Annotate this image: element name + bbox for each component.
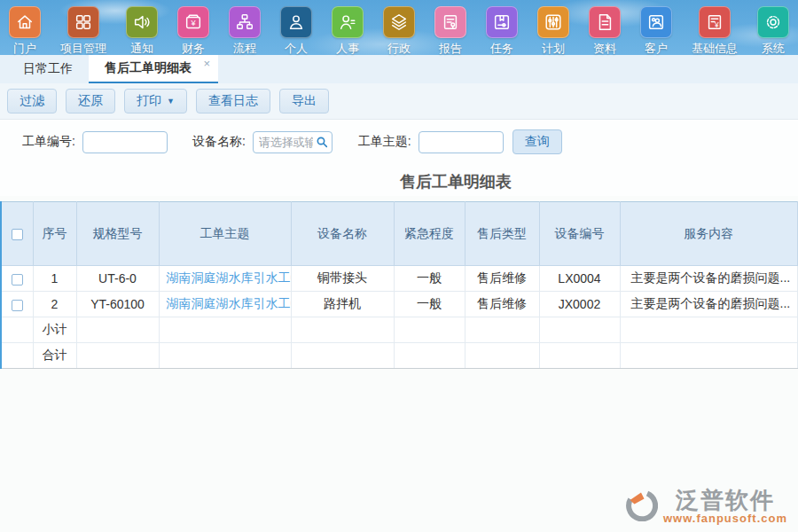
hr-person-list-icon: [332, 6, 364, 38]
baseinfo-doc-icon: ¥: [699, 6, 731, 38]
row-select-cell: [1, 266, 33, 292]
vendor-watermark: 泛普软件 www.fanpusoft.com: [626, 489, 787, 525]
subtotal-label-cell: 小计: [33, 317, 76, 343]
customers-icon: [640, 6, 672, 38]
cell-subject-link[interactable]: 湖南洞庭湖水库引水工03: [159, 292, 291, 317]
col-header-service-content: 服务内容: [620, 202, 798, 266]
tab-daily-work[interactable]: 日常工作: [7, 55, 89, 83]
nav-label: 行政: [387, 41, 411, 57]
nav-item-task[interactable]: 任务: [486, 6, 518, 57]
row-select-cell: [1, 292, 33, 317]
close-icon[interactable]: ×: [203, 58, 210, 69]
workorder-no-label: 工单编号:: [22, 134, 75, 150]
select-all-checkbox[interactable]: [12, 229, 23, 240]
cell-no: 2: [33, 292, 76, 317]
empty-cell: [1, 317, 33, 343]
top-nav: 门户 项目管理 通知 ¥ 财务 流程: [0, 0, 798, 55]
plan-sliders-icon: [537, 6, 569, 38]
watermark-url: www.fanpusoft.com: [663, 512, 787, 525]
nav-item-report[interactable]: 报告: [434, 6, 466, 57]
nav-item-portal[interactable]: 门户: [9, 6, 41, 57]
nav-item-notice[interactable]: 通知: [126, 6, 158, 57]
col-header-no: 序号: [33, 202, 76, 266]
nav-item-admin[interactable]: 行政: [383, 6, 415, 57]
table-row: 1 UT-6-0 湖南洞庭湖水库引水工03 铜带接头 一般 售后维修 LX000…: [1, 266, 798, 292]
cell-model: UT-6-0: [76, 266, 159, 292]
cell-urgency: 一般: [394, 266, 465, 292]
empty-cell: [465, 343, 539, 369]
view-log-button[interactable]: 查看日志: [196, 89, 270, 113]
person-icon: [280, 6, 312, 38]
search-icon[interactable]: [315, 135, 329, 149]
nav-item-finance[interactable]: ¥ 财务: [177, 6, 209, 57]
nav-item-plan[interactable]: 计划: [537, 6, 569, 57]
empty-cell: [539, 343, 620, 369]
home-icon: [9, 6, 41, 38]
workorder-table: 序号 规格型号 工单主题 设备名称 紧急程度 售后类型 设备编号 服务内容 1 …: [0, 201, 798, 369]
nav-label: 人事: [336, 41, 359, 57]
empty-cell: [159, 317, 291, 343]
nav-item-system[interactable]: 系统: [757, 6, 789, 57]
total-label-cell: 合计: [33, 343, 76, 369]
col-header-urgency: 紧急程度: [394, 202, 465, 266]
cell-service-type: 售后维修: [465, 292, 539, 317]
svg-text:¥: ¥: [714, 21, 719, 29]
app-window: 门户 项目管理 通知 ¥ 财务 流程: [0, 0, 798, 532]
cell-subject-link[interactable]: 湖南洞庭湖水库引水工03: [159, 266, 291, 292]
empty-cell: [394, 343, 465, 369]
cell-service-content: 主要是两个设备的磨损问题...: [620, 292, 798, 317]
nav-item-project[interactable]: 项目管理: [60, 6, 106, 57]
cell-service-content: 主要是两个设备的磨损问题...: [620, 266, 798, 292]
nav-label: 系统: [762, 41, 785, 57]
nav-label: 报告: [439, 41, 462, 57]
empty-cell: [159, 343, 291, 369]
tab-label: 售后工单明细表: [105, 60, 192, 74]
subtotal-row: 小计: [1, 317, 798, 343]
cell-device-name: 铜带接头: [291, 266, 394, 292]
nav-item-customer[interactable]: 客户: [640, 6, 672, 57]
caret-down-icon: ▼: [167, 97, 175, 106]
filter-button[interactable]: 过滤: [7, 89, 57, 113]
empty-cell: [620, 343, 798, 369]
tab-bar: 日常工作 售后工单明细表 ×: [0, 55, 798, 83]
workorder-no-input[interactable]: [82, 131, 168, 153]
fanpu-logo-icon: [626, 489, 658, 525]
cell-device-no: JX0002: [539, 292, 620, 317]
workorder-subject-input[interactable]: [419, 131, 504, 153]
table-row: 2 YT-60100 湖南洞庭湖水库引水工03 路拌机 一般 售后维修 JX00…: [1, 292, 798, 317]
nav-label: 个人: [285, 41, 308, 57]
empty-cell: [76, 317, 159, 343]
report-mic-icon: [434, 6, 466, 38]
filter-row: 工单编号: 设备名称: 工单主题: 查询: [0, 120, 798, 164]
task-box-icon: [486, 6, 518, 38]
layers-icon: [383, 6, 415, 38]
gear-icon: [757, 6, 789, 38]
restore-button[interactable]: 还原: [66, 89, 115, 113]
project-grid-icon: [67, 6, 99, 38]
workorder-subject-label: 工单主题:: [358, 134, 411, 150]
col-header-subject: 工单主题: [159, 202, 291, 266]
finance-money-icon: ¥: [177, 6, 209, 38]
nav-item-baseinfo[interactable]: ¥ 基础信息: [692, 6, 738, 57]
tab-aftersales-workorder-detail[interactable]: 售后工单明细表 ×: [89, 55, 218, 83]
row-checkbox[interactable]: [12, 274, 23, 286]
query-button[interactable]: 查询: [512, 129, 562, 154]
col-header-model: 规格型号: [76, 202, 159, 266]
tab-label: 日常工作: [23, 61, 73, 75]
nav-item-flow[interactable]: 流程: [229, 6, 261, 57]
nav-item-material[interactable]: 资料: [589, 6, 621, 57]
svg-text:¥: ¥: [190, 19, 196, 27]
nav-item-hr[interactable]: 人事: [332, 6, 364, 57]
page-title: 售后工单明细表: [400, 173, 512, 191]
empty-cell: [620, 317, 798, 343]
nav-label: 流程: [233, 41, 256, 57]
cell-urgency: 一般: [394, 292, 465, 317]
nav-item-personal[interactable]: 个人: [280, 6, 312, 57]
row-checkbox[interactable]: [12, 300, 23, 311]
report-title-row: 售后工单明细表: [0, 164, 798, 196]
speaker-icon: [126, 6, 158, 38]
flowchart-icon: [229, 6, 261, 38]
export-button[interactable]: 导出: [279, 89, 329, 113]
document-icon: [589, 6, 621, 38]
print-button[interactable]: 打印▼: [124, 89, 187, 113]
